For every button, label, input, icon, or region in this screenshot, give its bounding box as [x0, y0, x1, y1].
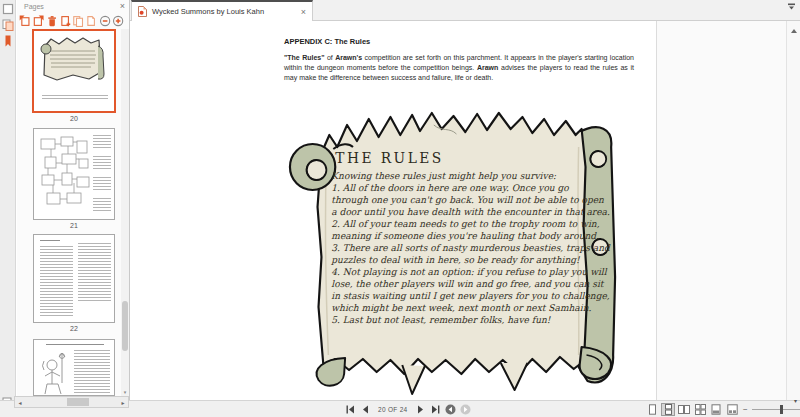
mini-text-block [93, 198, 111, 213]
document-vertical-scrollbar[interactable] [786, 21, 800, 400]
pages-panel-close-icon[interactable]: × [120, 2, 125, 11]
zoom-out-button[interactable]: − [741, 405, 750, 414]
parchment-illustration: THE RULES Knowing these rules just might… [286, 107, 621, 399]
document-paragraph: "The Rules" of Arawn's competition are s… [284, 53, 634, 83]
main-area: Wycked Summons by Louis Kahn × APPENDIX … [129, 0, 800, 400]
page-indicator: 20 OF 24 [375, 406, 411, 413]
mini-text-column [40, 246, 73, 316]
document-tab[interactable]: Wycked Summons by Louis Kahn × [131, 0, 313, 21]
document-heading: APPENDIX C: The Rules [284, 37, 370, 46]
mini-figure-graphic [37, 349, 71, 395]
parchment-line: 1. All of the doors in here are one way.… [331, 183, 569, 194]
pages-panel-icon[interactable] [2, 19, 14, 31]
document-scroll-up-icon[interactable] [790, 28, 798, 34]
thumbnail-page-22[interactable] [33, 234, 115, 323]
parchment-line: Knowing these rules just might help you … [331, 171, 557, 182]
view-single-page-button[interactable] [645, 403, 659, 416]
mini-text-column [78, 243, 111, 301]
view-cover-continuous-button[interactable] [725, 403, 739, 416]
mini-text-block [93, 156, 111, 171]
pages-panel-toolbar [17, 13, 129, 29]
parchment-line: meaning if someone dies you're hauling t… [331, 231, 599, 242]
document-viewport[interactable]: APPENDIX C: The Rules "The Rules" of Ara… [130, 21, 800, 400]
extract-page-icon[interactable] [85, 15, 97, 27]
zoom-slider-track[interactable] [752, 409, 800, 410]
thumbnail-list: 20 21 [17, 29, 121, 396]
parchment-line: 3. There are all sorts of nasty murderou… [331, 243, 611, 254]
mini-parchment-graphic [35, 34, 113, 88]
pages-panel-header: Pages × [17, 0, 129, 13]
first-page-button[interactable] [345, 404, 356, 415]
view-controls-group: − + 100% [645, 403, 800, 416]
page-navigation-group: 20 OF 24 [345, 404, 471, 415]
page-background-margin [656, 21, 786, 400]
paragraph-segment: Arawn [477, 64, 498, 71]
parchment-line: 2. All of your team needs to get to the … [331, 219, 599, 230]
sidebar-vertical-scrollbar[interactable]: ▾ [121, 29, 129, 396]
mini-text-column [74, 350, 110, 394]
parchment-line: 5. Last but not least, remember folks, h… [331, 315, 552, 325]
view-continuous-button[interactable] [661, 403, 675, 416]
parchment-line: which might be next week, next month or … [331, 303, 591, 314]
parchment-line: puzzles to deal with in here, so be read… [330, 255, 581, 266]
thumbnail-label: 20 [33, 115, 115, 122]
new-page-icon[interactable] [59, 15, 71, 27]
history-forward-button[interactable] [460, 404, 471, 415]
sidebar-scroll-down-icon[interactable]: ▾ [122, 389, 128, 395]
tab-close-icon[interactable]: × [295, 7, 306, 17]
bookmarks-panel-icon[interactable] [2, 35, 14, 47]
insert-page-after-icon[interactable] [32, 15, 44, 27]
thumbnail-zoom-out-icon[interactable] [99, 15, 111, 27]
thumbnail-label: 21 [33, 222, 115, 229]
pages-panel: Pages × [17, 0, 129, 400]
thumbnails-panel-icon[interactable] [2, 3, 14, 15]
paragraph-segment: of [325, 54, 336, 61]
mini-text-block [93, 177, 111, 192]
panes-menu-icon[interactable] [787, 3, 796, 10]
paragraph-segment: Arawn's [335, 54, 362, 61]
copy-page-icon[interactable] [72, 15, 84, 27]
mini-caption-lines [42, 95, 108, 99]
thumbnail-page-21[interactable] [33, 128, 115, 220]
mini-map-graphic [37, 133, 91, 217]
panel-icon-strip [0, 0, 16, 400]
thumbnail-label: 22 [33, 325, 115, 332]
tab-title: Wycked Summons by Louis Kahn [152, 7, 264, 16]
previous-page-button[interactable] [360, 404, 371, 415]
view-cover-mode-button[interactable] [709, 403, 723, 416]
parchment-line: through one you can't go back. You will … [331, 195, 604, 206]
mini-heading-line [46, 344, 104, 347]
zoom-slider[interactable] [752, 404, 800, 415]
next-page-button[interactable] [415, 404, 426, 415]
parchment-line: lose, the other players will win and go … [331, 279, 605, 290]
insert-page-before-icon[interactable] [19, 15, 31, 27]
view-two-pages-button[interactable] [677, 403, 691, 416]
sidebar-scroll-left-icon[interactable]: ◂ [15, 399, 25, 406]
mini-heading-line [40, 240, 60, 243]
history-back-button[interactable] [445, 404, 456, 415]
last-page-button[interactable] [430, 404, 441, 415]
paragraph-segment: "The Rules" [284, 54, 325, 61]
sidebar-vscroll-thumb[interactable] [122, 301, 128, 351]
statusbar-overflow-icon[interactable]: ▾ [794, 397, 797, 404]
mini-text-block [93, 135, 111, 150]
parchment-line: a door until you have dealth with the en… [331, 207, 610, 218]
parchment-line: in stasis waiting until I get new player… [331, 291, 610, 302]
pdf-viewer-window: Pages × [0, 0, 800, 417]
sidebar-hscroll-track[interactable] [25, 397, 118, 407]
delete-page-icon[interactable] [46, 15, 58, 27]
thumbnail-page-20[interactable] [33, 30, 115, 112]
tab-bar: Wycked Summons by Louis Kahn × [130, 0, 800, 21]
pages-panel-title: Pages [24, 3, 44, 10]
thumbnail-page-23[interactable] [33, 339, 115, 396]
sidebar-horizontal-scrollbar[interactable]: ◂ ▸ [14, 396, 129, 408]
sidebar-scroll-right-icon[interactable]: ▸ [118, 399, 128, 406]
parchment-line: 4. Not playing is not an option: if you … [331, 267, 607, 278]
sidebar-hscroll-thumb[interactable] [67, 398, 89, 406]
zoom-slider-thumb[interactable] [780, 405, 783, 414]
thumbnail-zoom-in-icon[interactable] [112, 15, 124, 27]
parchment-title: THE RULES [335, 150, 443, 166]
pdf-file-icon [138, 6, 147, 17]
view-two-pages-continuous-button[interactable] [693, 403, 707, 416]
